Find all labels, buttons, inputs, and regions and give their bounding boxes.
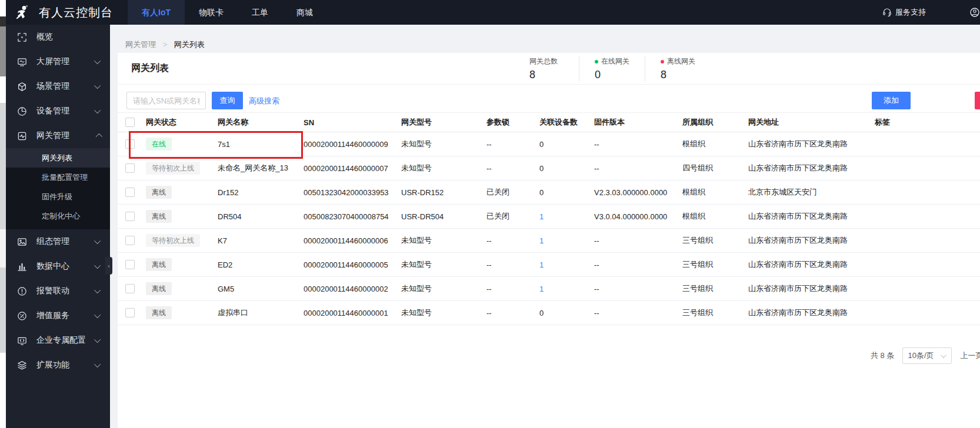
sidebar-item[interactable]: 大屏管理 [6, 49, 110, 74]
query-button[interactable]: 查询 [212, 92, 243, 109]
topbar-right: 服务支持 [882, 7, 980, 18]
sidebar-item[interactable]: 数据中心 [6, 254, 110, 279]
firmware-version: -- [594, 164, 682, 173]
sidebar-collapse-handle[interactable]: ‹ [105, 257, 112, 275]
gateway-model: USR-DR504 [401, 212, 486, 221]
device-count[interactable]: 1 [539, 236, 594, 245]
gateway-name: GM5 [218, 285, 304, 293]
status-dot-icon [595, 60, 598, 63]
sidebar-item[interactable]: 网关管理 [6, 123, 110, 148]
sidebar-subitem[interactable]: 固件升级 [6, 187, 110, 206]
topbar-tab[interactable]: 工单 [238, 0, 282, 25]
device-count[interactable]: 1 [539, 260, 594, 269]
page-size-select[interactable]: 10条/页 [902, 347, 952, 364]
gateway-address: 山东省济南市历下区龙奥南路 [748, 139, 875, 149]
sidebar-subitem[interactable]: 批量配置管理 [6, 168, 110, 187]
gateway-sn: 00002000114460000002 [304, 285, 401, 293]
owner-org: 根组织 [682, 187, 748, 198]
search-input[interactable] [126, 92, 206, 109]
row-checkbox[interactable] [125, 139, 135, 149]
row-checkbox[interactable] [125, 236, 135, 245]
clipped-red-button[interactable] [975, 92, 980, 109]
status-badge: 离线 [146, 210, 172, 223]
gateway-name: DR504 [218, 212, 304, 221]
gateway-table: 网关状态网关名称SN网关型号参数锁关联设备数固件版本所属组织网关地址标签 在线 … [118, 112, 980, 325]
device-count[interactable]: 1 [539, 212, 594, 221]
stat-value: 8 [529, 69, 564, 81]
partial-right-icon[interactable] [969, 7, 980, 18]
param-lock: 已关闭 [486, 187, 539, 198]
topbar-tab[interactable]: 有人IoT [128, 0, 185, 25]
service-support-button[interactable]: 服务支持 [882, 7, 926, 18]
scene-icon [16, 81, 27, 92]
column-header: 关联设备数 [539, 117, 594, 128]
param-lock: -- [486, 260, 539, 269]
chevron-icon [94, 262, 101, 269]
chevron-icon [94, 82, 101, 89]
table-row: 离线 ED2 00002000114460000005 未知型号 -- 1 --… [118, 253, 980, 277]
overview-icon [16, 32, 27, 42]
advanced-search-link[interactable]: 高级搜索 [249, 96, 279, 106]
sidebar-item[interactable]: 组态管理 [6, 229, 110, 254]
gateway-address: 山东省济南市历下区龙奥南路 [748, 307, 875, 318]
topbar-tab[interactable]: 物联卡 [185, 0, 238, 25]
topbar-tab[interactable]: 商城 [282, 0, 327, 25]
row-checkbox[interactable] [125, 188, 135, 197]
firmware-version: -- [594, 285, 682, 293]
status-badge: 离线 [146, 282, 172, 295]
select-all-checkbox[interactable] [125, 118, 135, 127]
row-checkbox[interactable] [125, 212, 135, 221]
column-header: 网关名称 [218, 117, 304, 128]
breadcrumb-parent[interactable]: 网关管理 [125, 40, 156, 49]
prev-page-button[interactable]: 上一页 [960, 350, 980, 361]
column-header: 网关地址 [748, 117, 875, 128]
chevron-icon [94, 238, 101, 244]
table-header: 网关状态网关名称SN网关型号参数锁关联设备数固件版本所属组织网关地址标签 [118, 112, 980, 132]
stat-value: 8 [661, 69, 695, 81]
title-row: 网关列表 网关总数 8 在线网关 0 离线网关 8 [118, 53, 980, 85]
column-header: 参数锁 [486, 117, 539, 128]
gateway-model: 未知型号 [401, 163, 486, 173]
row-checkbox[interactable] [125, 308, 135, 317]
sidebar-item[interactable]: 报警联动 [6, 279, 110, 303]
chevron-up-icon [96, 133, 102, 140]
chevron-icon [94, 107, 101, 113]
device-count[interactable]: 1 [539, 285, 594, 293]
sidebar-item[interactable]: 增值服务 [6, 303, 110, 328]
sidebar-subitem[interactable]: 定制化中心 [6, 206, 110, 226]
status-badge: 在线 [146, 138, 172, 151]
sidebar-item[interactable]: 企业专属配置 [6, 328, 110, 353]
gateway-address: 山东省济南市历下区龙奥南路 [748, 211, 875, 222]
sidebar-item[interactable]: 场景管理 [6, 74, 110, 99]
total-count-label: 共 8 条 [871, 350, 894, 361]
status-badge: 离线 [146, 186, 172, 199]
sidebar-subitem[interactable]: 网关列表 [6, 148, 110, 168]
column-header: 标签 [875, 117, 980, 128]
row-checkbox[interactable] [125, 260, 135, 269]
gateway-model: 未知型号 [401, 307, 486, 318]
sidebar-item[interactable]: 概览 [6, 25, 110, 49]
gateway-sn: 00002000114460000001 [304, 309, 401, 317]
owner-org: 三号组织 [682, 235, 748, 246]
gateway-model: 未知型号 [401, 283, 486, 294]
add-button[interactable]: 添加 [872, 92, 911, 109]
gateway-sn: 00002000114460000007 [304, 164, 401, 173]
gateway-model: 未知型号 [401, 139, 486, 149]
row-checkbox[interactable] [125, 284, 135, 293]
chevron-icon [94, 287, 101, 293]
sidebar-item[interactable]: 设备管理 [6, 99, 110, 123]
firmware-version: -- [594, 140, 682, 149]
gateway-name: ED2 [218, 260, 304, 269]
chevron-icon [94, 336, 101, 343]
device-count: 0 [539, 140, 594, 149]
value-service-icon [16, 310, 27, 321]
sidebar-item[interactable]: 扩展功能 [6, 353, 110, 377]
column-header: SN [304, 118, 401, 127]
status-dot-icon [661, 60, 664, 63]
device-count: 0 [539, 188, 594, 197]
pagination: 共 8 条 10条/页 上一页 [871, 347, 980, 364]
topbar: 有人云控制台 有人IoT物联卡工单商城 服务支持 [6, 0, 980, 25]
firmware-version: V3.0.04.000000.0000 [594, 212, 682, 221]
chevron-icon [94, 58, 101, 64]
row-checkbox[interactable] [125, 163, 135, 173]
